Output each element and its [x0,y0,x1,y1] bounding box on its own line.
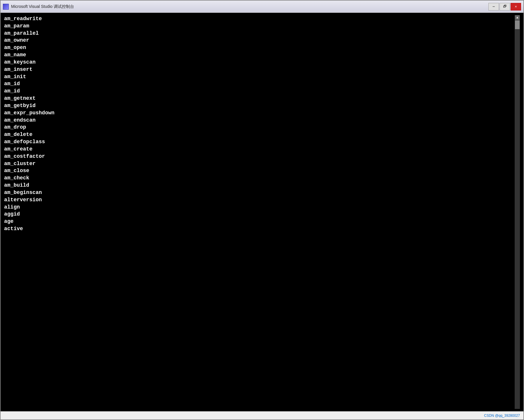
scrollbar[interactable]: ▲ [515,15,520,409]
window-controls: — 🗗 ✕ [488,3,521,10]
console-line: am_name [4,51,515,59]
console-line: alterversion [4,196,515,204]
console-line: am_owner [4,37,515,44]
console-line: am_check [4,174,515,182]
close-button[interactable]: ✕ [511,3,521,10]
console-line: am_getbyid [4,102,515,109]
console-line: am_param [4,22,515,30]
console-line: am_expr_pushdown [4,109,515,117]
title-bar: Microsoft Visual Studio 调试控制台 — 🗗 ✕ [1,1,523,13]
console-area: am_readwriteam_paramam_parallelam_ownera… [1,13,523,411]
console-line: am_id [4,80,515,88]
console-line: am_delete [4,131,515,138]
status-text: CSDN @qq_39280027 [484,414,520,418]
scroll-thumb[interactable] [515,20,520,29]
window-title: Microsoft Visual Studio 调试控制台 [11,4,488,9]
console-line: age [4,218,515,225]
console-output: am_readwriteam_paramam_parallelam_ownera… [4,15,515,409]
minimize-button[interactable]: — [488,3,499,10]
console-line: am_defopclass [4,138,515,146]
console-line: aggid [4,211,515,218]
console-line: am_id [4,88,515,95]
console-line: am_parallel [4,30,515,37]
console-line: am_open [4,44,515,51]
scroll-up-arrow[interactable]: ▲ [515,15,520,20]
console-line: active [4,225,515,232]
console-line: am_costfactor [4,153,515,160]
console-line: am_beginscan [4,189,515,196]
app-icon [3,4,9,10]
console-line: am_init [4,73,515,80]
console-line: am_close [4,167,515,174]
console-line: am_build [4,182,515,189]
console-line: am_readwrite [4,15,515,22]
console-line: am_getnext [4,95,515,102]
main-window: Microsoft Visual Studio 调试控制台 — 🗗 ✕ am_r… [0,0,524,420]
console-line: am_endscan [4,117,515,124]
console-line: am_insert [4,66,515,73]
console-line: am_drop [4,124,515,131]
console-line: am_create [4,146,515,153]
status-bar: CSDN @qq_39280027 [1,411,523,419]
console-line: am_cluster [4,160,515,167]
console-line: am_keyscan [4,59,515,66]
restore-button[interactable]: 🗗 [500,3,510,10]
console-line: align [4,204,515,211]
